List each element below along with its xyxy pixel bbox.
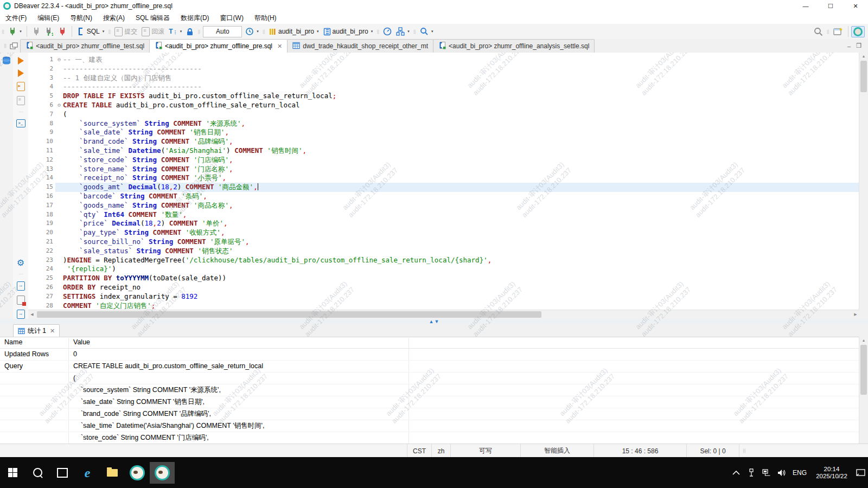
reconnect-button[interactable]	[43, 26, 56, 37]
transaction-log-button[interactable]: ▾	[243, 26, 261, 37]
connection-selector[interactable]: audit_bi_pro▾	[267, 27, 321, 37]
fold-marker-icon[interactable]	[55, 174, 63, 183]
code-line[interactable]: 15 `goods_amt` Decimal(18,2) COMMENT '商品…	[28, 183, 859, 192]
statistics-tab[interactable]: 统计 1 ✕	[13, 324, 60, 337]
fold-marker-icon[interactable]	[55, 137, 63, 146]
fold-marker-icon[interactable]: ⊖	[55, 101, 63, 110]
editor-tab[interactable]: <audit_bi_pro> zhumr_offline_analysis_se…	[433, 39, 595, 53]
maximize-panel-button[interactable]: ❒	[856, 42, 861, 49]
dbeaver-taskbar-button[interactable]	[125, 462, 150, 484]
fold-marker-icon[interactable]	[55, 65, 63, 74]
fold-marker-icon[interactable]	[55, 292, 63, 301]
fold-marker-icon[interactable]	[55, 265, 63, 274]
fold-marker-icon[interactable]	[55, 219, 63, 228]
execute-statement-icon[interactable]	[18, 57, 24, 65]
menu-item[interactable]: SQL 编辑器	[130, 12, 175, 24]
sql-editor-button[interactable]: SQL▾	[75, 26, 107, 37]
new-connection-button[interactable]: ▾	[6, 26, 24, 37]
language-indicator[interactable]: ENG	[790, 469, 809, 477]
sql-console-icon[interactable]: >_	[16, 119, 25, 127]
sql-code-editor[interactable]: 1⊖-- 一、建表2------------------------------…	[28, 53, 859, 310]
code-line[interactable]: 24 '{replica}')	[28, 265, 859, 274]
dbeaver-perspective-button[interactable]	[851, 26, 865, 37]
fold-marker-icon[interactable]	[55, 156, 63, 165]
close-button[interactable]: ✕	[843, 0, 868, 12]
menu-item[interactable]: 窗口(W)	[215, 12, 249, 24]
export-result-icon[interactable]	[17, 281, 25, 291]
table-row[interactable]: `sale_date` String COMMENT '销售日期',	[0, 396, 859, 408]
code-line[interactable]: 9 `sale_date` String COMMENT '销售日期',	[28, 128, 859, 137]
code-line[interactable]: 23)ENGINE = ReplicatedMergeTree('/clickh…	[28, 256, 859, 265]
editor-tab[interactable]: <audit_bi_pro> zhumr_offline_test.sql	[20, 39, 150, 53]
fold-marker-icon[interactable]	[55, 119, 63, 129]
network-tray-button[interactable]	[760, 462, 774, 484]
fold-marker-icon[interactable]	[55, 82, 63, 92]
editor-vertical-scrollbar[interactable]: ▲	[859, 53, 868, 310]
results-vertical-scrollbar[interactable]: ▲	[859, 337, 868, 444]
table-row[interactable]: `sale_time` Datetime('Asia/Shanghai') CO…	[0, 420, 859, 432]
settings-gear-icon[interactable]: ⚙	[17, 259, 24, 267]
code-line[interactable]: 7(	[28, 110, 859, 119]
commit-mode-combo[interactable]: Auto	[203, 26, 242, 37]
table-row[interactable]: `source_system` String COMMENT '来源系统',	[0, 384, 859, 396]
schema-selector[interactable]: audit_bi_pro▾	[321, 27, 375, 37]
fold-marker-icon[interactable]	[55, 183, 63, 192]
fold-marker-icon[interactable]	[55, 146, 63, 156]
editor-horizontal-scrollbar[interactable]: ◀ ▶	[28, 310, 859, 319]
search-button[interactable]: ▾	[418, 26, 436, 37]
code-line[interactable]: 11 `sale_time` Datetime('Asia/Shanghai')…	[28, 146, 859, 156]
fold-marker-icon[interactable]	[55, 201, 63, 210]
code-line[interactable]: 21 `source_bill_no` String COMMENT '原单据号…	[28, 237, 859, 247]
code-line[interactable]: 20 `pay_type` String COMMENT '收银方式',	[28, 228, 859, 237]
code-line[interactable]: 16 `barcode` String COMMENT '条码',	[28, 192, 859, 201]
code-line[interactable]: 14 `receipt_no` String COMMENT '小票号',	[28, 174, 859, 183]
menu-item[interactable]: 导航(N)	[65, 12, 98, 24]
action-center-button[interactable]	[854, 462, 868, 484]
code-line[interactable]: 4----------------------------------	[28, 82, 859, 92]
fold-marker-icon[interactable]	[55, 283, 63, 292]
fold-marker-icon[interactable]	[55, 74, 63, 83]
maximize-button[interactable]: ☐	[818, 0, 843, 12]
collapse-down-icon[interactable]: ▼	[435, 319, 439, 324]
menu-item[interactable]: 文件(F)	[0, 12, 32, 24]
explain-plan-icon[interactable]	[17, 96, 25, 105]
menu-item[interactable]: 搜索(A)	[98, 12, 130, 24]
database-navigator-icon[interactable]	[2, 56, 11, 66]
code-line[interactable]: 25PARTITION BY toYYYYMM(toDate(sale_date…	[28, 274, 859, 283]
fold-marker-icon[interactable]	[55, 128, 63, 137]
code-line[interactable]: 22 `sale_status` String COMMENT '销售状态'	[28, 247, 859, 256]
disconnect-button[interactable]	[56, 26, 69, 37]
code-line[interactable]: 10 `brand_code` String COMMENT '品牌编码',	[28, 137, 859, 146]
menu-item[interactable]: 帮助(H)	[249, 12, 282, 24]
error-log-icon[interactable]	[17, 296, 25, 305]
close-tab-icon[interactable]: ✕	[50, 328, 55, 335]
table-row[interactable]: (	[0, 373, 859, 384]
taskbar-clock[interactable]: 20:14 2025/10/22	[810, 466, 853, 480]
editor-tab[interactable]: <audit_bi_pro> zhumr_offline_pre.sql✕	[149, 39, 288, 53]
dashboard-button[interactable]	[381, 26, 394, 37]
transaction-mode-button[interactable]: T⋮ ▾	[167, 27, 184, 36]
fold-marker-icon[interactable]	[55, 256, 63, 265]
menu-item[interactable]: 数据库(D)	[175, 12, 215, 24]
execute-script-icon[interactable]	[17, 82, 25, 91]
rollback-button[interactable]: 回滚	[139, 26, 167, 37]
volume-tray-button[interactable]	[775, 462, 789, 484]
tray-expand-button[interactable]	[729, 462, 743, 484]
minimize-button[interactable]: —	[793, 0, 818, 12]
table-row[interactable]: QueryCREATE TABLE audit_bi_pro.custom_of…	[0, 361, 859, 373]
code-line[interactable]: 27SETTINGS index_granularity = 8192	[28, 292, 859, 301]
code-line[interactable]: 5DROP TABLE IF EXISTS audit_bi_pro.custo…	[28, 92, 859, 101]
close-tab-icon[interactable]: ✕	[277, 43, 282, 50]
code-line[interactable]: 2----------------------------------	[28, 65, 859, 74]
table-row[interactable]: Updated Rows0	[0, 349, 859, 361]
fold-marker-icon[interactable]	[55, 228, 63, 237]
collapse-up-icon[interactable]: ▲	[429, 319, 434, 324]
fold-marker-icon[interactable]	[55, 274, 63, 283]
quick-search-button[interactable]	[812, 26, 825, 37]
dbeaver-taskbar-button-active[interactable]	[150, 462, 175, 484]
code-line[interactable]: 12 `store_code` String COMMENT '门店编码',	[28, 156, 859, 165]
connect-button[interactable]	[30, 26, 43, 37]
code-line[interactable]: 26ORDER BY receipt_no	[28, 283, 859, 292]
fold-marker-icon[interactable]	[55, 165, 63, 174]
code-line[interactable]: 8 `source_system` String COMMENT '来源系统',	[28, 119, 859, 129]
